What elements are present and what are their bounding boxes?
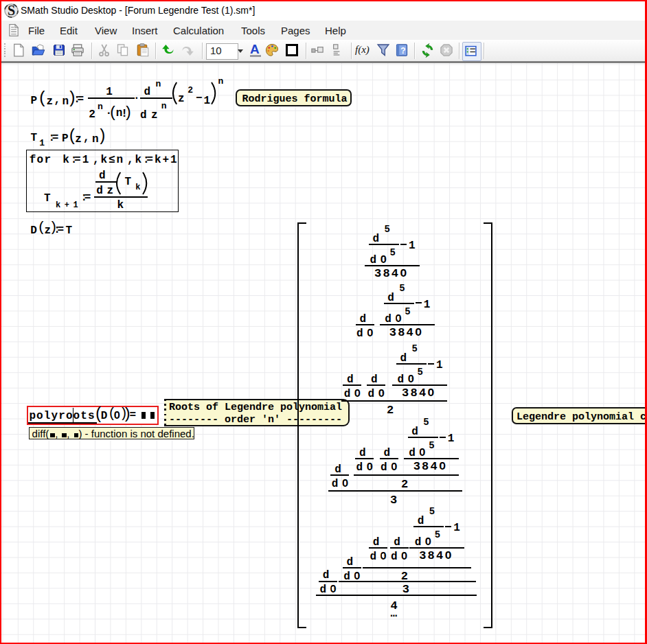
svg-text:S: S — [8, 3, 15, 18]
svg-text:?: ? — [400, 46, 405, 56]
